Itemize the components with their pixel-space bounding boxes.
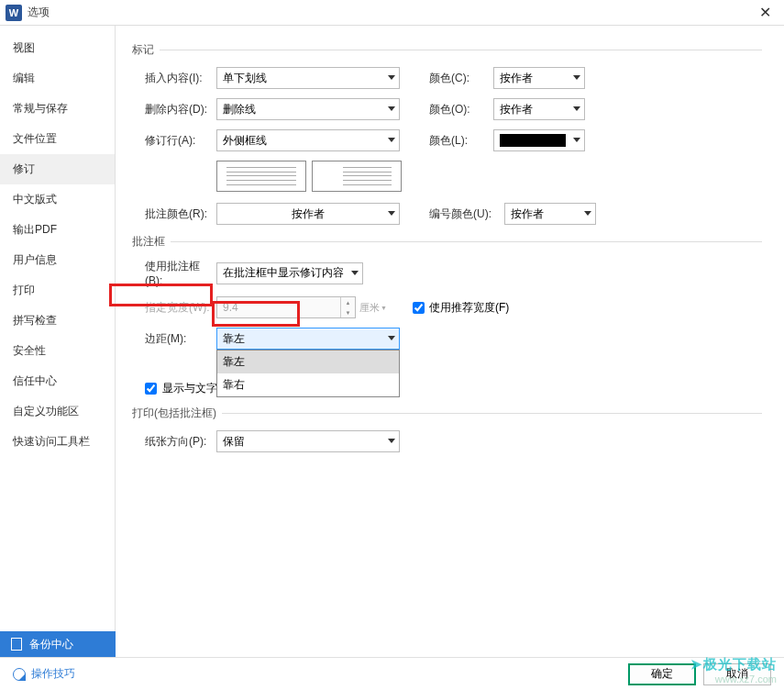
sidebar-item-customize-ribbon[interactable]: 自定义功能区 [0, 396, 115, 427]
margin-combo-value: 靠左 [223, 331, 245, 347]
sidebar-item-user-info[interactable]: 用户信息 [0, 245, 115, 275]
sidebar-item-output-pdf[interactable]: 输出PDF [0, 215, 115, 245]
content-panel: 标记 插入内容(I): 单下划线 颜色(C): 按作者 删除内容(D): 删除线… [116, 26, 784, 635]
margin-dropdown: 靠左 靠右 [216, 350, 400, 397]
number-color-value: 按作者 [511, 206, 544, 222]
color-o-combo[interactable]: 按作者 [493, 98, 585, 120]
sidebar-item-quick-access[interactable]: 快速访问工具栏 [0, 427, 115, 457]
chevron-down-icon [388, 211, 395, 216]
sidebar: 视图 编辑 常规与保存 文件位置 修订 中文版式 输出PDF 用户信息 打印 拼… [0, 26, 116, 635]
footer: 操作技巧 确定 取消 [0, 657, 784, 690]
chevron-down-icon [388, 106, 395, 111]
window-title: 选项 [28, 5, 751, 20]
insert-combo[interactable]: 单下划线 [216, 67, 400, 89]
section-balloon-title: 批注框 [132, 234, 165, 250]
chevron-down-icon [388, 336, 395, 340]
backup-icon [11, 638, 22, 651]
chevron-down-icon [388, 75, 395, 80]
ok-button[interactable]: 确定 [628, 663, 696, 685]
revline-preview-right [312, 161, 402, 192]
close-icon[interactable]: ✕ [751, 4, 778, 21]
divider [160, 50, 762, 50]
color-o-value: 按作者 [500, 102, 533, 117]
comment-color-label: 批注颜色(R): [145, 206, 216, 222]
margin-option-left[interactable]: 靠左 [217, 351, 399, 373]
margin-label: 边距(M): [145, 331, 216, 347]
sidebar-item-file-location[interactable]: 文件位置 [0, 124, 115, 154]
titlebar: W 选项 ✕ [0, 0, 784, 26]
sidebar-item-revision[interactable]: 修订 [0, 154, 115, 184]
delete-combo-value: 删除线 [223, 102, 256, 117]
chevron-down-icon [573, 138, 580, 142]
comment-color-value: 按作者 [292, 206, 325, 222]
color-c-combo[interactable]: 按作者 [493, 67, 585, 89]
margin-option-right[interactable]: 靠右 [217, 373, 399, 396]
sidebar-item-print[interactable]: 打印 [0, 275, 115, 306]
orient-combo-value: 保留 [223, 434, 245, 450]
number-color-combo[interactable]: 按作者 [504, 203, 596, 225]
tips-icon [13, 668, 26, 681]
chevron-down-icon [388, 439, 395, 443]
use-balloon-value: 在批注框中显示修订内容 [223, 265, 344, 281]
color-l-swatch [500, 134, 566, 147]
revline-combo-value: 外侧框线 [223, 133, 267, 149]
sidebar-item-spellcheck[interactable]: 拼写检查 [0, 306, 115, 336]
color-c-value: 按作者 [500, 71, 533, 86]
comment-color-combo[interactable]: 按作者 [216, 203, 400, 225]
rec-width-label: 使用推荐宽度(F) [429, 300, 509, 316]
section-print-title: 打印(包括批注框) [132, 406, 216, 421]
section-mark-title: 标记 [132, 42, 154, 58]
chevron-down-icon [388, 138, 395, 142]
divider [222, 413, 762, 414]
spinner-buttons: ▲▼ [340, 297, 355, 317]
sidebar-item-security[interactable]: 安全性 [0, 336, 115, 366]
sidebar-item-view[interactable]: 视图 [0, 33, 115, 63]
revline-combo[interactable]: 外侧框线 [216, 129, 400, 151]
margin-combo[interactable]: 靠左 [216, 328, 400, 350]
number-color-label: 编号颜色(U): [429, 206, 504, 222]
show-connector-checkbox[interactable] [145, 383, 157, 395]
backup-center-label: 备份中心 [29, 637, 73, 652]
sidebar-item-edit[interactable]: 编辑 [0, 63, 115, 94]
sidebar-item-trust-center[interactable]: 信任中心 [0, 366, 115, 396]
sidebar-item-general-save[interactable]: 常规与保存 [0, 94, 115, 124]
tips-link[interactable]: 操作技巧 [13, 666, 75, 682]
chevron-down-icon [351, 271, 359, 275]
app-icon: W [6, 5, 22, 21]
insert-label: 插入内容(I): [145, 71, 216, 86]
color-o-label: 颜色(O): [429, 102, 493, 117]
rec-width-checkbox[interactable] [413, 302, 425, 314]
delete-combo[interactable]: 删除线 [216, 98, 400, 120]
backup-center-button[interactable]: 备份中心 [0, 631, 116, 657]
orient-combo[interactable]: 保留 [216, 430, 400, 452]
orient-label: 纸张方向(P): [145, 434, 216, 450]
width-spinner: 9.4 ▲▼ [216, 296, 356, 318]
color-l-combo[interactable] [493, 129, 585, 151]
revline-label: 修订行(A): [145, 133, 216, 149]
chevron-down-icon [573, 75, 580, 80]
color-l-label: 颜色(L): [429, 133, 493, 149]
chevron-down-icon [584, 211, 591, 216]
color-c-label: 颜色(C): [429, 71, 493, 86]
cancel-button[interactable]: 取消 [703, 663, 771, 685]
insert-combo-value: 单下划线 [223, 71, 267, 86]
width-label: 指定宽度(W): [145, 300, 216, 316]
divider [171, 241, 762, 242]
width-unit: 厘米 [359, 301, 380, 315]
delete-label: 删除内容(D): [145, 102, 216, 117]
tips-label: 操作技巧 [31, 666, 75, 682]
revline-preview-left [216, 161, 306, 192]
chevron-down-icon: ▼ [381, 305, 387, 311]
sidebar-item-chinese-layout[interactable]: 中文版式 [0, 184, 115, 215]
use-balloon-label: 使用批注框(B): [145, 259, 216, 287]
use-balloon-combo[interactable]: 在批注框中显示修订内容 [216, 262, 363, 284]
chevron-down-icon [573, 106, 580, 111]
width-value: 9.4 [223, 301, 238, 314]
